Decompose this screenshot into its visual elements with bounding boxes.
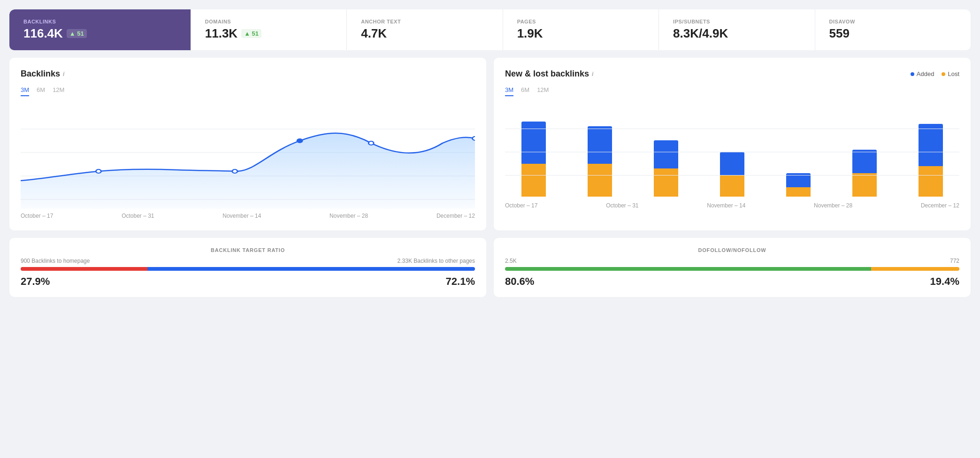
backlinks-chart-card: Backlinks i 3M 6M 12M: [9, 58, 486, 230]
bar-stacked-6: [852, 150, 877, 197]
data-point: [232, 169, 237, 173]
bar-x-label-5: December – 12: [921, 202, 959, 209]
ratio-left-label: 900 Backlinks to homepage: [21, 258, 90, 264]
backlink-ratio-labels: 900 Backlinks to homepage 2.33K Backlink…: [21, 258, 475, 264]
bar-blue-5: [786, 173, 811, 187]
dofollow-right-value: 19.4%: [930, 275, 959, 288]
bar-yellow-4: [720, 176, 744, 197]
bar-stacked-2: [588, 126, 612, 197]
bar-stacked-7: [919, 124, 943, 197]
x-label-2: October – 31: [122, 213, 154, 219]
dofollow-green-segment: [505, 267, 871, 271]
stat-value-disavow: 559: [829, 26, 957, 41]
data-point: [368, 141, 374, 145]
bar-stacked-3: [654, 140, 678, 197]
dofollow-title: DOFOLLOW/NOFOLLOW: [505, 247, 959, 253]
bar-stacked-5: [786, 173, 811, 197]
stat-label-disavow: DISAVOW: [829, 19, 957, 24]
tab-3m-new-lost[interactable]: 3M: [505, 86, 513, 96]
x-label-5: December – 12: [436, 213, 475, 219]
x-label-3: November – 14: [222, 213, 261, 219]
new-lost-time-tabs: 3M 6M 12M: [505, 86, 959, 96]
bar-group-3: [637, 140, 695, 197]
bar-yellow-6: [852, 173, 877, 197]
stat-label-anchor: ANCHOR TEXT: [361, 19, 488, 24]
stat-domains: DOMAINS 11.3K ▲ 51: [191, 9, 347, 50]
bar-yellow-1: [521, 164, 546, 197]
data-point: [472, 137, 475, 140]
bar-blue-7: [919, 124, 943, 166]
tab-6m-backlinks[interactable]: 6M: [37, 86, 45, 96]
dofollow-card: DOFOLLOW/NOFOLLOW 2.5K 772 80.6% 19.4%: [494, 238, 971, 297]
line-chart-svg: [21, 106, 475, 209]
bar-x-label-3: November – 14: [707, 202, 745, 209]
legend-label-added: Added: [917, 70, 934, 77]
backlinks-info-icon[interactable]: i: [63, 71, 64, 77]
charts-row: Backlinks i 3M 6M 12M: [9, 58, 971, 230]
bar-blue-2: [588, 126, 612, 164]
stat-value-pages: 1.9K: [517, 26, 644, 41]
dofollow-labels: 2.5K 772: [505, 258, 959, 264]
bar-blue-3: [654, 140, 678, 168]
backlink-ratio-title: BACKLINK TARGET RATIO: [21, 247, 475, 253]
bar-group-4: [704, 152, 761, 197]
stat-anchor-text: ANCHOR TEXT 4.7K: [347, 9, 503, 50]
stat-label-domains: DOMAINS: [205, 19, 332, 24]
bottom-row: BACKLINK TARGET RATIO 900 Backlinks to h…: [9, 238, 971, 297]
stat-label-pages: PAGES: [517, 19, 644, 24]
bar-chart-container: October – 17 October – 31 November – 14 …: [505, 106, 959, 209]
bars-area: [505, 106, 959, 198]
stat-ips: IPS/SUBNETS 8.3K/4.9K: [659, 9, 815, 50]
stat-value-anchor: 4.7K: [361, 26, 488, 41]
ratio-blue-segment: [147, 267, 475, 271]
stat-pages: PAGES 1.9K: [503, 9, 659, 50]
stat-badge-domains: ▲ 51: [241, 29, 261, 38]
line-chart-container: [21, 106, 475, 209]
backlinks-chart-header: Backlinks i: [21, 69, 475, 79]
new-lost-chart-title: New & lost backlinks i: [505, 69, 593, 79]
bar-chart-x-labels: October – 17 October – 31 November – 14 …: [505, 202, 959, 209]
bar-stacked-4: [720, 152, 744, 197]
bar-x-label-4: November – 28: [814, 202, 852, 209]
area-fill: [21, 133, 475, 209]
data-point-peak: [297, 138, 303, 143]
stat-label-backlinks: BACKLINKS: [23, 19, 176, 24]
bar-group-7: [902, 124, 959, 197]
tab-3m-backlinks[interactable]: 3M: [21, 86, 29, 96]
dofollow-bar: [505, 267, 959, 271]
backlinks-chart-title: Backlinks i: [21, 69, 64, 79]
tab-12m-new-lost[interactable]: 12M: [537, 86, 549, 96]
ratio-red-segment: [21, 267, 147, 271]
dofollow-values: 80.6% 19.4%: [505, 275, 959, 288]
stat-value-domains: 11.3K ▲ 51: [205, 26, 332, 41]
stat-disavow: DISAVOW 559: [815, 9, 971, 50]
tab-6m-new-lost[interactable]: 6M: [521, 86, 529, 96]
ratio-left-value: 27.9%: [21, 275, 50, 288]
legend-label-lost: Lost: [948, 70, 959, 77]
ratio-right-label: 2.33K Backlinks to other pages: [398, 258, 475, 264]
ratio-right-value: 72.1%: [446, 275, 475, 288]
stat-label-ips: IPS/SUBNETS: [673, 19, 800, 24]
line-chart-x-labels: October – 17 October – 31 November – 14 …: [21, 213, 475, 219]
stat-value-ips: 8.3K/4.9K: [673, 26, 800, 41]
bar-stacked-1: [521, 122, 546, 197]
tab-12m-backlinks[interactable]: 12M: [53, 86, 64, 96]
stats-bar: BACKLINKS 116.4K ▲ 51 DOMAINS 11.3K ▲ 51…: [9, 9, 971, 50]
bar-group-6: [835, 150, 893, 197]
bar-yellow-7: [919, 166, 943, 197]
dofollow-left-label: 2.5K: [505, 258, 517, 264]
dofollow-orange-segment: [871, 267, 959, 271]
bar-blue-1: [521, 122, 546, 164]
bar-yellow-5: [786, 187, 811, 197]
new-lost-info-icon[interactable]: i: [592, 71, 593, 77]
x-label-1: October – 17: [21, 213, 53, 219]
legend-added: Added: [911, 70, 934, 77]
backlinks-time-tabs: 3M 6M 12M: [21, 86, 475, 96]
stat-backlinks: BACKLINKS 116.4K ▲ 51: [9, 9, 191, 50]
legend-dot-added: [911, 72, 914, 76]
bar-blue-6: [852, 150, 877, 173]
stat-value-backlinks: 116.4K ▲ 51: [23, 26, 176, 41]
bar-blue-4: [720, 152, 744, 176]
bar-yellow-2: [588, 164, 612, 197]
bar-yellow-3: [654, 168, 678, 197]
